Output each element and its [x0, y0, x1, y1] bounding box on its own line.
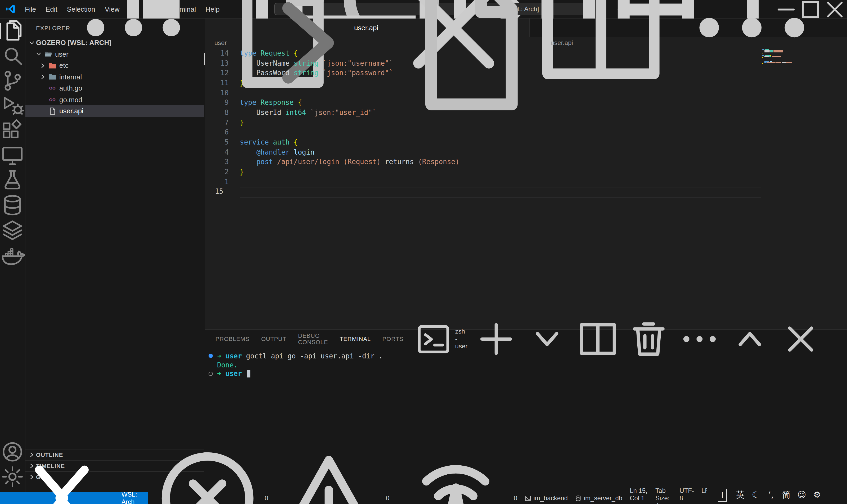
code-line: 5service auth { — [205, 138, 847, 147]
cursor-position[interactable]: Ln 15, Col 1 — [626, 487, 652, 502]
ime-english-mode-icon[interactable]: 英 — [733, 489, 748, 501]
code-line: 8 UserId int64 `json:"user_id"` — [205, 108, 847, 118]
terminal-line: Done. — [205, 361, 847, 370]
code-line: 13 UserName string `json:"username"` — [205, 58, 847, 68]
tree-item-label: user — [55, 50, 69, 58]
status-right: Ln 15, Col 1 Tab Size: 4 UTF-8 LF — [626, 487, 713, 504]
breadcrumb[interactable]: useruser.api — [205, 37, 847, 49]
command-pending-dot — [209, 372, 213, 376]
code-text: PassWord string `json:"password"` — [240, 69, 393, 78]
status-label: im_backend — [533, 494, 567, 502]
line-number: 15 — [205, 187, 229, 197]
remote-label: WSL: Arch — [122, 491, 143, 504]
terminal-text: Done. — [217, 361, 238, 369]
ime-mode-box: I — [718, 488, 727, 502]
tree-item-label: internal — [59, 73, 82, 81]
terminal-text: ➜ — [217, 352, 225, 360]
root-folder-label: GOZERO [WSL: ARCH] — [36, 39, 111, 47]
ime-simplified-chinese-icon[interactable]: 简 — [779, 489, 794, 501]
activity-search[interactable] — [0, 43, 25, 68]
activity-layers[interactable] — [0, 218, 25, 242]
ime-dark-mode-icon[interactable]: ☾ — [748, 489, 763, 501]
status-im_backend[interactable]: im_backend — [521, 492, 571, 504]
command-decoration[interactable] — [205, 354, 217, 358]
folder-icon — [48, 73, 57, 81]
activity-remote-explorer[interactable] — [0, 143, 25, 168]
line-number: 7 — [205, 118, 229, 128]
terminal-line: ➜ user goctl api go -api user.api -dir . — [205, 352, 847, 361]
code-line: 11} — [205, 78, 847, 88]
code-text: } — [240, 167, 244, 177]
chevron-right-icon — [39, 61, 47, 70]
twisty-spacer — [39, 84, 47, 93]
code-text: @handler login — [240, 147, 314, 157]
vscode-window: FileEditSelectionViewGoRunTerminalHelp g… — [0, 0, 847, 504]
tree-item-user-api[interactable]: user.api — [25, 105, 204, 117]
menu-file[interactable]: File — [20, 0, 41, 18]
code-text: } — [240, 118, 244, 128]
close-window-button[interactable] — [823, 0, 847, 19]
sidebar-title: EXPLORER — [36, 24, 70, 31]
code-line: 7} — [205, 118, 847, 128]
activity-docker[interactable] — [0, 242, 25, 267]
panel-tab-debug-console[interactable]: DEBUG CONSOLE — [298, 330, 328, 348]
error-count: 0 — [265, 494, 268, 502]
indentation[interactable]: Tab Size: 4 — [652, 487, 676, 504]
ports-status[interactable]: 0 — [396, 492, 521, 504]
breadcrumb-item[interactable]: user.api — [551, 39, 573, 47]
tree-item-label: go.mod — [59, 96, 82, 104]
menu-edit[interactable]: Edit — [41, 0, 62, 18]
panel-tab-output[interactable]: OUTPUT — [261, 330, 286, 348]
remote-indicator[interactable]: WSL: Arch — [0, 492, 148, 504]
line-number: 13 — [205, 58, 229, 68]
tree-item-label: auth.go — [59, 85, 82, 92]
activity-run-and-debug[interactable] — [0, 93, 25, 118]
code-text: post /api/user/login (Request) returns (… — [240, 157, 459, 167]
encoding[interactable]: UTF-8 — [676, 487, 698, 502]
ime-punctuation-icon[interactable]: ’, — [763, 489, 779, 501]
activity-database[interactable] — [0, 193, 25, 218]
activity-extensions[interactable] — [0, 118, 25, 143]
line-number: 5 — [205, 138, 229, 147]
command-decoration[interactable] — [205, 372, 217, 376]
minimap[interactable] — [762, 49, 831, 73]
code-line: 2} — [205, 167, 847, 177]
terminal-text: goctl api go -api user.api -dir . — [246, 352, 383, 360]
line-number: 8 — [205, 108, 229, 118]
activity-testing[interactable] — [0, 168, 25, 193]
remote-icon — [5, 442, 118, 504]
editor-group: user.api useruser.api 14type Request {13… — [205, 19, 847, 492]
error-icon — [152, 443, 263, 504]
code-line: 1 — [205, 177, 847, 187]
problems-status[interactable]: 0 0 — [148, 492, 396, 504]
ime-emoji-icon[interactable]: ☺ — [794, 489, 809, 501]
activity-source-control[interactable] — [0, 68, 25, 93]
panel-tab-ports[interactable]: PORTS — [382, 330, 403, 348]
go-file-icon: GO — [48, 84, 57, 93]
code-line: 12 PassWord string `json:"password"` — [205, 69, 847, 78]
code-line: 9type Response { — [205, 98, 847, 108]
terminal-cursor — [247, 370, 251, 377]
folder-icon — [44, 50, 52, 58]
close-icon — [823, 0, 847, 21]
panel-tab-terminal[interactable]: TERMINAL — [340, 330, 371, 348]
panel-tab-problems[interactable]: PROBLEMS — [215, 330, 250, 348]
code-line: 6 — [205, 128, 847, 138]
ime-ime-settings-icon[interactable]: ⚙ — [809, 489, 825, 501]
code-line: 3 post /api/user/login (Request) returns… — [205, 157, 847, 167]
breadcrumb-item[interactable]: user — [214, 39, 227, 47]
line-number: 2 — [205, 167, 229, 177]
code-area[interactable]: 14type Request {13 UserName string `json… — [205, 49, 847, 329]
terminal-icon — [525, 495, 531, 502]
line-number: 4 — [205, 147, 229, 157]
tree-item-go-mod[interactable]: GOgo.mod — [25, 94, 204, 105]
chevron-down-icon — [28, 39, 36, 47]
warning-count: 0 — [386, 494, 389, 502]
line-number: 3 — [205, 157, 229, 167]
line-number: 1 — [205, 177, 229, 187]
line-number: 9 — [205, 98, 229, 108]
status-im_server_db[interactable]: im_server_db — [572, 492, 626, 504]
terminal-selector-label: zsh - user — [455, 328, 468, 350]
activity-explorer[interactable] — [0, 19, 25, 43]
line-number: 14 — [205, 49, 229, 58]
